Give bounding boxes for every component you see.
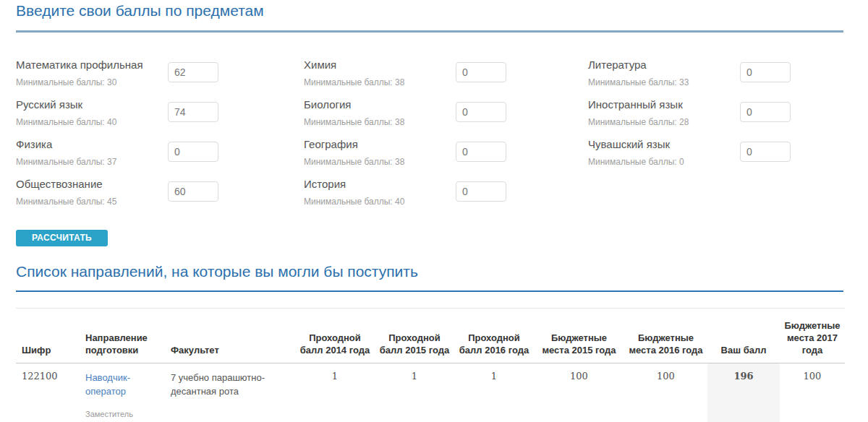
scores-section-title: Введите свои баллы по предметам [16,1,843,20]
header-budget-2016: Бюджетные места 2016 года [624,309,707,363]
calculate-button[interactable]: РАССЧИТАТЬ [16,230,108,246]
cell-pass-2015: 1 [375,363,454,422]
table-row: 122100 Наводчик-оператор Заместитель ком… [16,363,845,422]
header-pass-2015: Проходной балл 2015 года [375,309,454,363]
subject-social-studies: Обществознание Минимальные баллы: 45 [16,178,304,218]
subject-min-score: Минимальные баллы: 38 [304,117,456,127]
results-section-title: Список направлений, на которые вы могли … [16,262,843,281]
subject-name: История [304,178,456,191]
score-input-foreign-language[interactable] [740,102,791,122]
header-pass-2016: Проходной балл 2016 года [454,309,534,363]
subject-min-score: Минимальные баллы: 0 [588,157,740,167]
cell-program: Наводчик-оператор Заместитель командира … [80,363,165,422]
section-divider-results [16,290,843,292]
score-input-chuvash[interactable] [740,142,791,162]
cell-budget-2015: 100 [534,363,624,422]
header-budget-2017: Бюджетные места 2017 года [780,309,845,363]
header-faculty: Факультет [165,309,295,363]
subject-geography: География Минимальные баллы: 38 [304,138,588,178]
score-input-social-studies[interactable] [168,181,218,202]
header-program: Направление подготовки [80,309,165,363]
subject-min-score: Минимальные баллы: 38 [304,157,456,167]
subject-info: История Минимальные баллы: 40 [304,178,456,207]
subject-min-score: Минимальные баллы: 33 [588,77,740,87]
subject-min-score: Минимальные баллы: 30 [16,77,168,87]
subject-info: Обществознание Минимальные баллы: 45 [16,178,168,207]
cell-budget-2017: 100 [780,363,845,422]
header-code: Шифр [16,309,80,363]
program-subtitle: Заместитель командира боевой машины [85,405,158,422]
section-divider-top [16,30,843,33]
subject-physics: Физика Минимальные баллы: 37 [16,138,304,178]
subject-biology: Биология Минимальные баллы: 38 [304,98,588,138]
score-input-geography[interactable] [456,142,506,162]
header-your-score: Ваш балл [707,309,780,363]
subject-literature: Литература Минимальные баллы: 33 [588,59,843,98]
table-header-row: Шифр Направление подготовки Факультет Пр… [16,309,845,363]
page-container: Введите свои баллы по предметам Математи… [0,0,868,422]
subject-info: География Минимальные баллы: 38 [304,138,456,167]
subject-min-score: Минимальные баллы: 40 [16,117,168,127]
score-input-math-profile[interactable] [168,62,218,82]
subject-chuvash: Чувашский язык Минимальные баллы: 0 [588,138,843,178]
subject-min-score: Минимальные баллы: 38 [304,77,456,87]
program-link[interactable]: Наводчик-оператор [85,371,161,398]
subject-foreign-language: Иностранный язык Минимальные баллы: 28 [588,98,843,138]
score-input-russian[interactable] [168,102,218,122]
subject-name: Иностранный язык [588,98,740,111]
score-input-biology[interactable] [456,102,506,122]
cell-pass-2016: 1 [454,363,534,422]
subject-min-score: Минимальные баллы: 37 [16,157,168,167]
subject-name: Чувашский язык [588,138,740,151]
score-input-physics[interactable] [168,142,218,162]
subject-name: Русский язык [16,98,168,111]
subject-name: Математика профильная [16,59,168,72]
cell-budget-2016: 100 [624,363,707,422]
subject-min-score: Минимальные баллы: 28 [588,117,740,127]
subject-info: Чувашский язык Минимальные баллы: 0 [588,138,740,167]
cell-your-score: 196 [707,363,780,422]
subjects-form: Математика профильная Минимальные баллы:… [16,59,843,218]
score-input-chemistry[interactable] [456,62,506,82]
cell-faculty: 7 учебно парашютно-десантная рота [165,363,295,422]
subject-name: Физика [16,138,168,151]
subject-name: Биология [304,98,456,111]
cell-code: 122100 [16,363,80,422]
subject-history: История Минимальные баллы: 40 [304,178,588,218]
cell-pass-2014: 1 [295,363,375,422]
subject-info: Биология Минимальные баллы: 38 [304,98,456,127]
score-input-history[interactable] [456,181,506,202]
results-table: Шифр Направление подготовки Факультет Пр… [16,308,845,422]
subject-min-score: Минимальные баллы: 40 [304,197,456,207]
subject-info: Иностранный язык Минимальные баллы: 28 [588,98,740,127]
subject-info: Русский язык Минимальные баллы: 40 [16,98,168,127]
subject-russian: Русский язык Минимальные баллы: 40 [16,98,304,138]
subject-info: Физика Минимальные баллы: 37 [16,138,168,167]
subject-name: География [304,138,456,151]
subject-chemistry: Химия Минимальные баллы: 38 [304,59,588,98]
subject-name: Литература [588,59,740,72]
header-budget-2015: Бюджетные места 2015 года [534,309,624,363]
subject-name: Химия [304,59,456,72]
subject-info: Химия Минимальные баллы: 38 [304,59,456,87]
subject-min-score: Минимальные баллы: 45 [16,197,168,207]
subject-info: Литература Минимальные баллы: 33 [588,59,740,87]
header-pass-2014: Проходной балл 2014 года [295,309,375,363]
score-input-literature[interactable] [740,62,791,82]
subject-name: Обществознание [16,178,168,191]
subject-info: Математика профильная Минимальные баллы:… [16,59,168,87]
subject-math-profile: Математика профильная Минимальные баллы:… [16,59,304,98]
